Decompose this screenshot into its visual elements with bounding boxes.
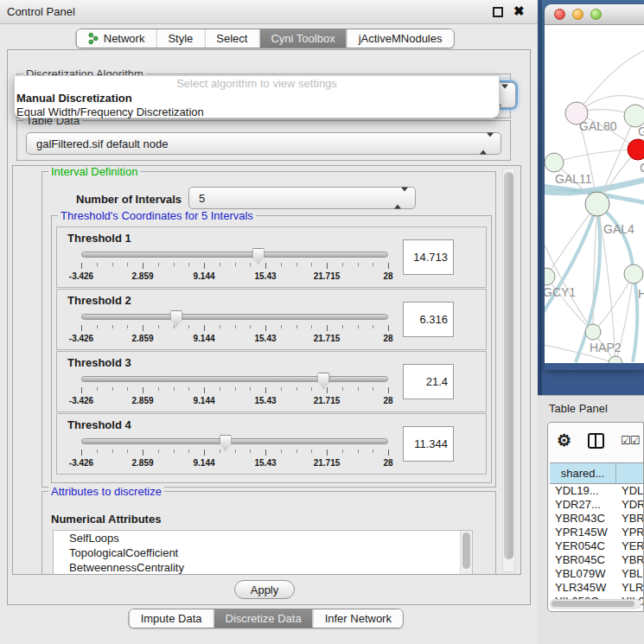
slider-tick: [327, 325, 328, 331]
network-node[interactable]: [545, 153, 564, 172]
slider-tick: [235, 263, 236, 266]
slider-tick: [311, 387, 312, 391]
slider-tick: [174, 387, 175, 391]
slider-tick: [388, 387, 389, 393]
table-row[interactable]: YBR045CYBR0: [550, 553, 644, 567]
column-header-name[interactable]: n: [616, 463, 644, 483]
window-title: Control Panel: [7, 5, 75, 18]
tab-label: Network: [104, 32, 145, 45]
table-row[interactable]: YPR145WYPR1: [550, 526, 644, 539]
network-node[interactable]: [585, 192, 609, 216]
tab-style[interactable]: Style: [156, 29, 204, 48]
table-row[interactable]: YLR345WYLR3: [550, 581, 644, 595]
threshold-label: Threshold 4: [67, 418, 131, 431]
combobox-stepper-icon: [480, 137, 494, 150]
slider-tick: [188, 263, 189, 266]
slider-tick: [342, 325, 343, 328]
slider-thumb[interactable]: [252, 248, 265, 265]
network-node[interactable]: [628, 139, 644, 160]
network-edge[interactable]: [554, 150, 638, 163]
network-node[interactable]: [585, 324, 601, 340]
table-row[interactable]: YDL19...YDL1: [550, 484, 644, 498]
threshold-slider[interactable]: -3.4262.8599.14415.4321.71528: [81, 435, 388, 473]
slider-tick: [220, 450, 220, 453]
tab-infer-network[interactable]: Infer Network: [313, 609, 403, 628]
slider-tick: [204, 387, 205, 393]
table-row[interactable]: YDR27...YDR2: [550, 498, 644, 512]
table-row[interactable]: YBR043CYBR0: [550, 512, 644, 526]
attributes-list-scrollbar[interactable]: [460, 531, 472, 575]
checkboxes-icon[interactable]: ☑☑: [621, 434, 639, 447]
control-panel-titlebar: Control Panel ✖: [0, 0, 538, 24]
slider-track[interactable]: [81, 252, 388, 258]
network-node[interactable]: [609, 356, 622, 363]
split-columns-icon[interactable]: [588, 433, 604, 449]
apply-button[interactable]: Apply: [234, 580, 295, 599]
tab-impute-data[interactable]: Impute Data: [130, 609, 214, 628]
close-traffic-light-icon[interactable]: [554, 9, 565, 20]
column-header-shared-name[interactable]: shared...: [550, 463, 616, 483]
threshold-slider[interactable]: -3.4262.8599.14415.4321.71528: [81, 373, 388, 411]
slider-tick: [188, 325, 189, 328]
slider-tick: [296, 263, 297, 266]
slider-thumb[interactable]: [317, 373, 330, 389]
slider-tick-label: 15.43: [254, 396, 276, 405]
network-node[interactable]: [624, 265, 643, 284]
slider-tick: [97, 387, 98, 391]
threshold-value-field[interactable]: 6.316: [403, 302, 454, 337]
slider-tick: [174, 450, 175, 453]
tab-discretize-data[interactable]: Discretize Data: [214, 609, 313, 628]
slider-tick: [281, 450, 282, 453]
slider-thumb[interactable]: [219, 435, 232, 451]
slider-tick: [342, 263, 343, 266]
table-row[interactable]: YER054CYER0: [550, 539, 644, 553]
cell-name: YER0: [616, 539, 644, 553]
tab-select[interactable]: Select: [204, 29, 258, 48]
tab-cyni-toolbox[interactable]: Cyni Toolbox: [258, 29, 346, 48]
slider-track[interactable]: [81, 376, 388, 382]
thresholds-group-title: Threshold's Coordinates for 5 Intervals: [58, 209, 256, 222]
number-of-intervals-combobox[interactable]: 5: [188, 187, 416, 209]
dropdown-option-manual-discretization[interactable]: Manual Discretization: [15, 92, 499, 105]
float-window-icon[interactable]: [493, 7, 503, 17]
threshold-value-field[interactable]: 21.4: [403, 364, 454, 399]
slider-track[interactable]: [81, 438, 388, 444]
dropdown-option-equal-width-frequency[interactable]: Equal Width/Frequency Discretization: [15, 105, 499, 119]
threshold-value-field[interactable]: 14.713: [403, 239, 454, 275]
network-canvas[interactable]: GAL80GACGAL11GAL4GCY1HHAP2: [545, 25, 644, 363]
slider-tick: [311, 325, 312, 328]
network-node-label: GAL80: [579, 119, 617, 133]
cell-shared-name: YBL079W: [550, 567, 616, 581]
table-row[interactable]: YBL079WYBL0: [550, 567, 644, 581]
close-icon[interactable]: ✖: [513, 3, 525, 19]
table-horizontal-scrollbar[interactable]: [550, 599, 641, 609]
slider-track[interactable]: [81, 314, 388, 320]
network-edge[interactable]: [593, 204, 597, 332]
network-edge[interactable]: [577, 49, 644, 113]
settings-vertical-scrollbar[interactable]: [502, 168, 515, 572]
gear-icon[interactable]: ⚙: [557, 430, 571, 450]
table-data-combobox[interactable]: galFiltered.sif default node: [26, 132, 501, 155]
table-data-group: Table Data galFiltered.sif default node: [16, 120, 511, 161]
slider-tick: [158, 450, 159, 453]
slider-tick-label: -3.426: [69, 271, 93, 281]
network-edge[interactable]: [633, 274, 637, 362]
tab-network[interactable]: Network: [77, 29, 156, 48]
tab-label: Cyni Toolbox: [271, 32, 335, 45]
tab-jactivemnodules[interactable]: jActiveMNodules: [347, 29, 454, 48]
zoom-traffic-light-icon[interactable]: [590, 9, 602, 20]
algorithm-prompt: Select algorithm to view settings: [15, 76, 499, 92]
threshold-value-field[interactable]: 11.344: [403, 426, 454, 462]
slider-tick: [235, 450, 236, 453]
slider-tick-label: 9.144: [193, 334, 214, 343]
attribute-item[interactable]: BetweennessCentrality: [54, 560, 472, 575]
attribute-item[interactable]: SelfLoops: [54, 531, 472, 545]
attribute-item[interactable]: TopologicalCoefficient: [54, 545, 472, 560]
threshold-slider[interactable]: -3.4262.8599.14415.4321.71528: [81, 248, 388, 286]
slider-thumb[interactable]: [170, 310, 183, 327]
network-node[interactable]: [545, 268, 555, 285]
screen: Control Panel ✖ NetworkStyleSelectCyni T…: [0, 0, 644, 644]
minimize-traffic-light-icon[interactable]: [572, 9, 583, 20]
threshold-slider[interactable]: -3.4262.8599.14415.4321.71528: [81, 310, 388, 348]
cyni-toolbox-panel: Discretization Algorithm Select algorith…: [7, 49, 531, 605]
